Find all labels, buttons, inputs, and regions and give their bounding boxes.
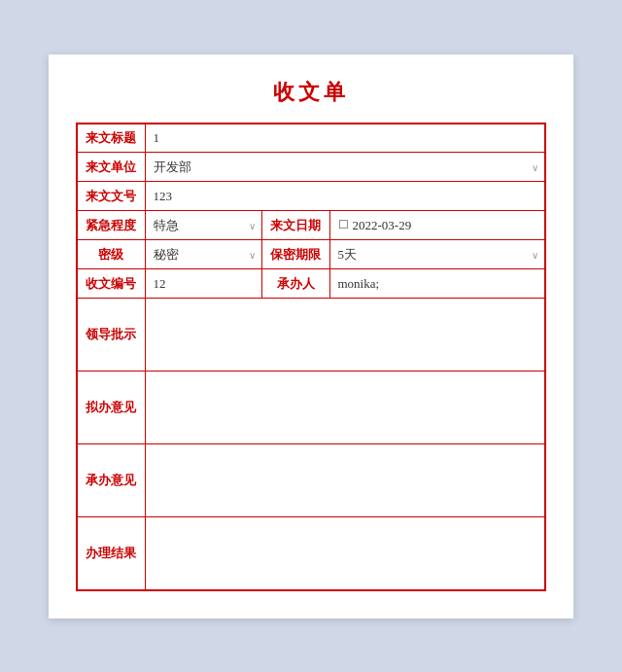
handle-opinion-value[interactable] bbox=[145, 444, 545, 517]
date-label: 来文日期 bbox=[261, 211, 329, 240]
date-value[interactable]: ☐ 2022-03-29 bbox=[329, 211, 545, 240]
receipt-number-label: 收文编号 bbox=[77, 269, 145, 299]
unit-value[interactable]: 开发部 ∨ bbox=[145, 153, 545, 182]
form-table: 来文标题 1 来文单位 开发部 ∨ 来文文号 123 紧急程度 特急 ∨ 来文日… bbox=[76, 123, 546, 591]
page-title: 收文单 bbox=[76, 78, 546, 107]
urgency-date-row: 紧急程度 特急 ∨ 来文日期 ☐ 2022-03-29 bbox=[77, 211, 545, 240]
docnum-value[interactable]: 123 bbox=[145, 182, 545, 211]
unit-dropdown-icon: ∨ bbox=[532, 161, 538, 172]
subject-row: 来文标题 1 bbox=[77, 124, 545, 153]
handler-label: 承办人 bbox=[261, 269, 329, 299]
form-page: 收文单 来文标题 1 来文单位 开发部 ∨ 来文文号 123 紧急程度 特急 ∨ bbox=[49, 54, 573, 619]
leader-instruction-row: 领导批示 bbox=[77, 299, 545, 371]
secrecy-dropdown-icon: ∨ bbox=[249, 249, 256, 260]
subject-label: 来文标题 bbox=[77, 124, 145, 153]
retention-value-text: 5天 bbox=[338, 247, 358, 262]
retention-dropdown-icon: ∨ bbox=[532, 249, 538, 260]
unit-value-text: 开发部 bbox=[154, 159, 191, 174]
calendar-icon: ☐ bbox=[338, 218, 349, 232]
handle-opinion-row: 承办意见 bbox=[77, 444, 545, 517]
retention-label: 保密期限 bbox=[261, 240, 329, 269]
secrecy-value[interactable]: 秘密 ∨ bbox=[145, 240, 261, 269]
docnum-row: 来文文号 123 bbox=[77, 182, 545, 211]
date-value-text: 2022-03-29 bbox=[353, 218, 412, 233]
urgency-value[interactable]: 特急 ∨ bbox=[145, 211, 261, 240]
docnum-label: 来文文号 bbox=[77, 182, 145, 211]
handle-opinion-label: 承办意见 bbox=[77, 444, 145, 517]
urgency-value-text: 特急 bbox=[154, 218, 179, 232]
draft-opinion-value[interactable] bbox=[145, 371, 545, 444]
draft-opinion-label: 拟办意见 bbox=[77, 371, 145, 444]
result-value[interactable] bbox=[145, 517, 545, 590]
urgency-dropdown-icon: ∨ bbox=[249, 220, 256, 230]
unit-label: 来文单位 bbox=[77, 153, 145, 182]
subject-value[interactable]: 1 bbox=[145, 124, 545, 153]
receipt-number-value[interactable]: 12 bbox=[145, 269, 261, 299]
urgency-label: 紧急程度 bbox=[77, 211, 145, 240]
leader-instruction-label: 领导批示 bbox=[77, 299, 145, 371]
handler-value[interactable]: monika; bbox=[329, 269, 545, 299]
secrecy-retention-row: 密级 秘密 ∨ 保密期限 5天 ∨ bbox=[77, 240, 545, 269]
leader-instruction-value[interactable] bbox=[145, 299, 545, 371]
unit-row: 来文单位 开发部 ∨ bbox=[77, 153, 545, 182]
receipt-handler-row: 收文编号 12 承办人 monika; bbox=[77, 269, 545, 299]
secrecy-label: 密级 bbox=[77, 240, 145, 269]
retention-value[interactable]: 5天 ∨ bbox=[329, 240, 545, 269]
result-label: 办理结果 bbox=[77, 517, 145, 590]
draft-opinion-row: 拟办意见 bbox=[77, 371, 545, 444]
result-row: 办理结果 bbox=[77, 517, 545, 590]
secrecy-value-text: 秘密 bbox=[154, 247, 179, 262]
